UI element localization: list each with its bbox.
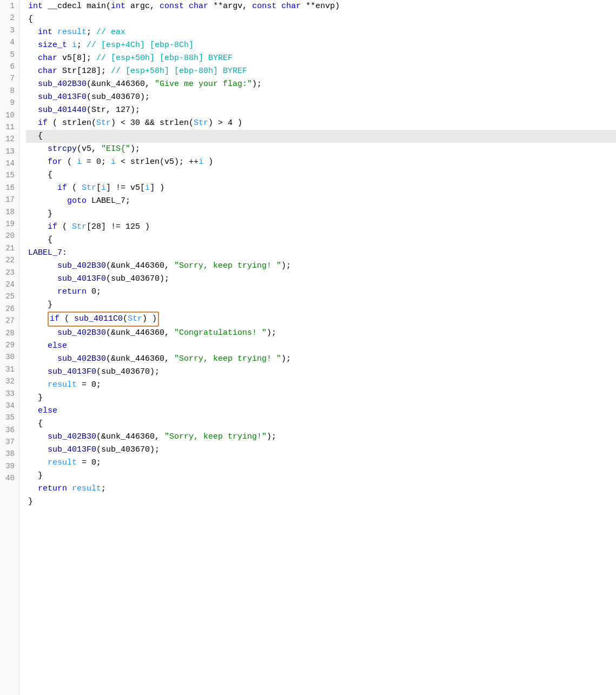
line-num-10: 10 (4, 109, 15, 121)
line-num-26: 26 (4, 303, 15, 315)
code-text: int __cdecl main(int argc, const char **… (19, 0, 616, 695)
code-line-39: return result; (26, 482, 616, 495)
line-num-40: 40 (4, 472, 15, 484)
line-num-1: 1 (4, 0, 15, 12)
code-line-25: } (26, 299, 616, 312)
line-num-19: 19 (4, 218, 15, 230)
code-line-5: char v5[8]; // [esp+50h] [ebp-88h] BYREF (26, 52, 616, 65)
code-line-2: { (26, 13, 616, 26)
line-num-11: 11 (4, 121, 15, 133)
line-num-39: 39 (4, 460, 15, 472)
line-num-12: 12 (4, 133, 15, 145)
line-num-6: 6 (4, 61, 15, 72)
code-line-27: sub_402B30(&unk_446360, "Congratulations… (26, 327, 616, 340)
code-line-28: else (26, 340, 616, 353)
line-num-8: 8 (4, 85, 15, 97)
line-num-18: 18 (4, 206, 15, 218)
code-line-33: else (26, 405, 616, 418)
line-num-32: 32 (4, 375, 15, 387)
line-num-14: 14 (4, 157, 15, 169)
line-num-16: 16 (4, 182, 15, 194)
code-line-31: result = 0; (26, 379, 616, 392)
code-line-30: sub_4013F0(sub_403670); (26, 366, 616, 379)
line-num-34: 34 (4, 400, 15, 412)
code-line-1: int __cdecl main(int argc, const char **… (26, 0, 616, 13)
line-num-7: 7 (4, 72, 15, 84)
code-line-10: sub_401440(Str, 127); (26, 104, 616, 117)
line-num-20: 20 (4, 230, 15, 242)
code-line-12: { (26, 130, 616, 143)
line-num-28: 28 (4, 327, 15, 339)
line-num-5: 5 (4, 49, 15, 61)
code-viewer: 1 2 3 4 5 6 7 8 9 10 11 12 13 14 15 16 1… (0, 0, 616, 695)
code-line-35: sub_402B30(&unk_446360, "Sorry, keep try… (26, 431, 616, 444)
code-line-32: } (26, 392, 616, 405)
line-number-gutter: 1 2 3 4 5 6 7 8 9 10 11 12 13 14 15 16 1… (0, 0, 19, 695)
line-num-23: 23 (4, 267, 15, 279)
line-num-37: 37 (4, 436, 15, 448)
line-num-15: 15 (4, 169, 15, 181)
line-num-38: 38 (4, 448, 15, 460)
code-line-11: if ( strlen(Str) < 30 && strlen(Str) > 4… (26, 117, 616, 130)
code-line-23: sub_4013F0(sub_403670); (26, 273, 616, 286)
code-line-40: } (26, 495, 616, 508)
code-line-26: if ( sub_4011C0(Str) ) (26, 312, 616, 327)
code-line-21: LABEL_7: (26, 247, 616, 260)
line-num-33: 33 (4, 388, 15, 400)
line-num-29: 29 (4, 339, 15, 351)
code-line-19: if ( Str[28] != 125 ) (26, 221, 616, 234)
line-num-4: 4 (4, 36, 15, 48)
code-line-29: sub_402B30(&unk_446360, "Sorry, keep try… (26, 353, 616, 366)
code-line-4: size_t i; // [esp+4Ch] [ebp-8Ch] (26, 39, 616, 52)
code-line-17: goto LABEL_7; (26, 195, 616, 208)
code-line-16: if ( Str[i] != v5[i] ) (26, 182, 616, 195)
code-line-13: strcpy(v5, "EIS{"); (26, 143, 616, 156)
code-line-37: result = 0; (26, 456, 616, 469)
code-line-14: for ( i = 0; i < strlen(v5); ++i ) (26, 156, 616, 169)
code-line-36: sub_4013F0(sub_403670); (26, 444, 616, 456)
line-num-24: 24 (4, 279, 15, 290)
code-line-22: sub_402B30(&unk_446360, "Sorry, keep try… (26, 260, 616, 273)
code-line-34: { (26, 418, 616, 431)
code-line-20: { (26, 234, 616, 247)
line-num-13: 13 (4, 145, 15, 157)
code-line-9: sub_4013F0(sub_403670); (26, 91, 616, 104)
line-num-36: 36 (4, 424, 15, 436)
line-num-3: 3 (4, 24, 15, 36)
code-line-3: int result; // eax (26, 26, 616, 39)
line-num-9: 9 (4, 97, 15, 109)
line-num-17: 17 (4, 194, 15, 206)
line-num-2: 2 (4, 12, 15, 24)
line-num-21: 21 (4, 242, 15, 254)
line-num-27: 27 (4, 315, 15, 327)
code-line-6: char Str[128]; // [esp+58h] [ebp-80h] BY… (26, 65, 616, 78)
line-num-31: 31 (4, 363, 15, 375)
line-num-30: 30 (4, 351, 15, 363)
code-line-18: } (26, 208, 616, 221)
line-num-25: 25 (4, 290, 15, 302)
code-line-38: } (26, 469, 616, 482)
line-num-22: 22 (4, 254, 15, 266)
code-line-15: { (26, 169, 616, 182)
code-line-8: sub_402B30(&unk_446360, "Give me your fl… (26, 78, 616, 91)
line-num-35: 35 (4, 412, 15, 423)
code-line-24: return 0; (26, 286, 616, 299)
